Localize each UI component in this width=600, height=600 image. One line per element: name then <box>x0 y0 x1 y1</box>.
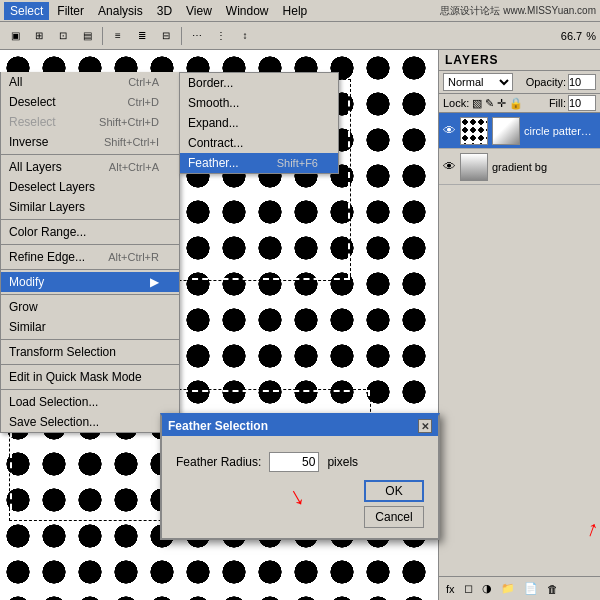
fill-input[interactable] <box>568 95 596 111</box>
menu-grow[interactable]: Grow <box>1 297 179 317</box>
feather-dialog-body: Feather Radius: pixels OK Cancel <box>162 436 438 538</box>
layers-fx-btn[interactable]: fx <box>443 582 458 596</box>
layers-list: 👁 circle pattern distort 👁 gradient bg <box>439 113 600 576</box>
menu-filter[interactable]: Filter <box>51 2 90 20</box>
feather-dialog-title: Feather Selection <box>168 419 268 433</box>
lock-paint-icon[interactable]: ✎ <box>485 97 494 110</box>
toolbar-sep-1 <box>102 27 103 45</box>
layer-lock-icons: Lock: ▧ ✎ ✛ 🔒 <box>443 97 523 110</box>
menu-color-range[interactable]: Color Range... <box>1 222 179 242</box>
feather-dialog-titlebar: Feather Selection ✕ <box>162 416 438 436</box>
submenu-smooth[interactable]: Smooth... <box>180 93 338 113</box>
layer-0-thumb-dots <box>461 118 487 144</box>
layer-1-name: gradient bg <box>492 161 596 173</box>
toolbar-btn-2[interactable]: ⊞ <box>28 25 50 47</box>
watermark-text: 思源设计论坛 www.MISSYuan.com <box>440 4 596 18</box>
zoom-value: 66.7 <box>561 30 582 42</box>
dropdown-sep-2 <box>1 219 179 220</box>
submenu-expand[interactable]: Expand... <box>180 113 338 133</box>
zoom-unit: % <box>586 30 596 42</box>
layers-fill-row: Lock: ▧ ✎ ✛ 🔒 Fill: <box>439 94 600 113</box>
toolbar-btn-1[interactable]: ▣ <box>4 25 26 47</box>
layer-0-thumb2 <box>492 117 520 145</box>
layer-0-name: circle pattern distort <box>524 125 596 137</box>
opacity-input[interactable] <box>568 74 596 90</box>
menu-save-selection[interactable]: Save Selection... <box>1 412 179 432</box>
lock-transparent-icon[interactable]: ▧ <box>472 97 482 110</box>
opacity-label: Opacity: <box>526 76 566 88</box>
menu-view[interactable]: View <box>180 2 218 20</box>
menu-transform-selection[interactable]: Transform Selection <box>1 342 179 362</box>
dropdown-sep-4 <box>1 269 179 270</box>
layers-delete-btn[interactable]: 🗑 <box>544 582 561 596</box>
submenu-border[interactable]: Border... <box>180 73 338 93</box>
feather-ok-button[interactable]: OK <box>364 480 424 502</box>
menu-similar-layers[interactable]: Similar Layers <box>1 197 179 217</box>
feather-radius-label: Feather Radius: <box>176 455 261 469</box>
layers-adj-btn[interactable]: ◑ <box>479 581 495 596</box>
menu-3d[interactable]: 3D <box>151 2 178 20</box>
toolbar-btn-7[interactable]: ⊟ <box>155 25 177 47</box>
menu-all-layers[interactable]: All Layers Alt+Ctrl+A <box>1 157 179 177</box>
layer-1-thumb <box>460 153 488 181</box>
menu-quick-mask[interactable]: Edit in Quick Mask Mode <box>1 367 179 387</box>
menu-window[interactable]: Window <box>220 2 275 20</box>
menu-bar: Select Filter Analysis 3D View Window He… <box>0 0 600 22</box>
submenu-feather[interactable]: Feather... Shift+F6 <box>180 153 338 173</box>
dropdown-sep-1 <box>1 154 179 155</box>
dropdown-sep-7 <box>1 364 179 365</box>
dropdown-sep-5 <box>1 294 179 295</box>
lock-move-icon[interactable]: ✛ <box>497 97 506 110</box>
toolbar-btn-9[interactable]: ⋮ <box>210 25 232 47</box>
lock-icon[interactable]: Lock: <box>443 97 469 109</box>
feather-cancel-button[interactable]: Cancel <box>364 506 424 528</box>
layers-group-btn[interactable]: 📁 <box>498 581 518 596</box>
toolbar-btn-6[interactable]: ≣ <box>131 25 153 47</box>
layer-0-mask <box>493 118 519 144</box>
toolbar-btn-3[interactable]: ⊡ <box>52 25 74 47</box>
toolbar-sep-2 <box>181 27 182 45</box>
toolbar-btn-10[interactable]: ↕ <box>234 25 256 47</box>
menu-deselect-layers[interactable]: Deselect Layers <box>1 177 179 197</box>
lock-all-icon[interactable]: 🔒 <box>509 97 523 110</box>
menu-select[interactable]: Select <box>4 2 49 20</box>
menu-reselect: Reselect Shift+Ctrl+D <box>1 112 179 132</box>
toolbar-btn-5[interactable]: ≡ <box>107 25 129 47</box>
menu-deselect[interactable]: Deselect Ctrl+D <box>1 92 179 112</box>
feather-unit-label: pixels <box>327 455 358 469</box>
feather-shortcut: Shift+F6 <box>277 157 318 169</box>
select-dropdown-menu: All Ctrl+A Deselect Ctrl+D Reselect Shif… <box>0 72 180 433</box>
menu-modify[interactable]: Modify ▶ <box>1 272 179 292</box>
dropdown-sep-8 <box>1 389 179 390</box>
layer-1-eye[interactable]: 👁 <box>443 159 456 174</box>
dropdown-sep-3 <box>1 244 179 245</box>
opacity-control: Opacity: <box>526 74 596 90</box>
feather-dialog-buttons: OK Cancel <box>364 480 424 528</box>
layer-row-1[interactable]: 👁 gradient bg <box>439 149 600 185</box>
layer-0-eye[interactable]: 👁 <box>443 123 456 138</box>
layers-mask-btn[interactable]: ◻ <box>461 581 476 596</box>
menu-refine-edge[interactable]: Refine Edge... Alt+Ctrl+R <box>1 247 179 267</box>
layer-0-thumb <box>460 117 488 145</box>
toolbar-btn-4[interactable]: ▤ <box>76 25 98 47</box>
menu-analysis[interactable]: Analysis <box>92 2 149 20</box>
modify-submenu: Border... Smooth... Expand... Contract..… <box>179 72 339 174</box>
menu-all[interactable]: All Ctrl+A <box>1 72 179 92</box>
layer-row-0[interactable]: 👁 circle pattern distort <box>439 113 600 149</box>
toolbar: ▣ ⊞ ⊡ ▤ ≡ ≣ ⊟ ⋯ ⋮ ↕ 66.7 % <box>0 22 600 50</box>
feather-dialog-close-btn[interactable]: ✕ <box>418 419 432 433</box>
layers-panel-title: LAYERS <box>439 50 600 71</box>
blend-mode-select[interactable]: Normal <box>443 73 513 91</box>
layers-bottom-bar: fx ◻ ◑ 📁 📄 🗑 <box>439 576 600 600</box>
layers-new-btn[interactable]: 📄 <box>521 581 541 596</box>
submenu-contract[interactable]: Contract... <box>180 133 338 153</box>
menu-help[interactable]: Help <box>277 2 314 20</box>
feather-radius-input[interactable] <box>269 452 319 472</box>
menu-inverse[interactable]: Inverse Shift+Ctrl+I <box>1 132 179 152</box>
menu-load-selection[interactable]: Load Selection... <box>1 392 179 412</box>
layers-controls: Normal Opacity: <box>439 71 600 94</box>
layers-panel: LAYERS Normal Opacity: Lock: ▧ ✎ ✛ 🔒 Fil… <box>438 50 600 600</box>
fill-label: Fill: <box>549 97 566 109</box>
menu-similar[interactable]: Similar <box>1 317 179 337</box>
toolbar-btn-8[interactable]: ⋯ <box>186 25 208 47</box>
